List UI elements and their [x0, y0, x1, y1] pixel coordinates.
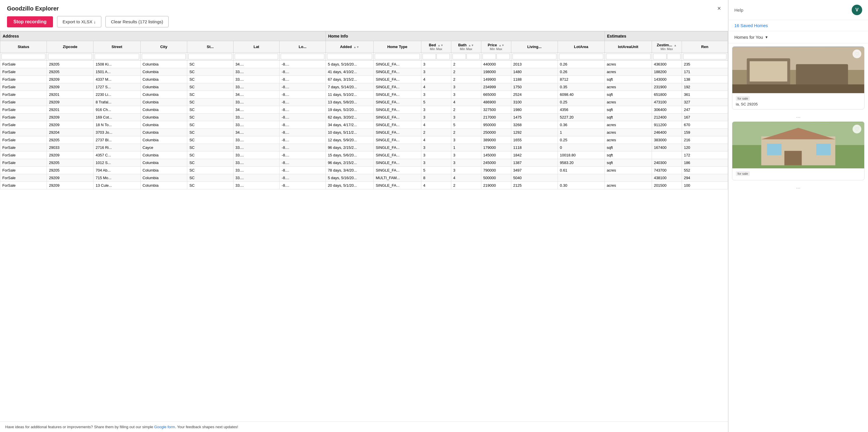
- table-row[interactable]: ForSale292051508 Ki...ColumbiaSC34....-8…: [0, 61, 728, 68]
- col-state[interactable]: St...: [187, 41, 233, 53]
- filter-lat-input[interactable]: [235, 54, 278, 59]
- close-button[interactable]: ×: [717, 5, 721, 12]
- filter-added[interactable]: [326, 53, 374, 61]
- cell-city: Columbia: [141, 106, 187, 114]
- col-bed[interactable]: Bed ▲▼ MinMax: [421, 41, 451, 53]
- col-lat[interactable]: Lat: [233, 41, 280, 53]
- filter-bed-max-input[interactable]: [436, 54, 450, 59]
- table-row[interactable]: ForSale292094357 C...ColumbiaSC33....-8.…: [0, 152, 728, 159]
- col-ren[interactable]: Ren: [682, 41, 727, 53]
- col-lotareaunit[interactable]: lotAreaUnit: [604, 41, 652, 53]
- filter-state[interactable]: [187, 53, 233, 61]
- avatar[interactable]: V: [852, 5, 862, 15]
- col-added[interactable]: Added ▲▼: [326, 41, 374, 53]
- table-row[interactable]: ForSale29209169 Cot...ColumbiaSC33....-8…: [0, 114, 728, 121]
- table-row[interactable]: ForSale290332716 Ri...CayceSC33....-8...…: [0, 144, 728, 152]
- google-form-link[interactable]: Google form: [154, 425, 175, 429]
- bed-sort-icon: ▲▼: [438, 44, 443, 47]
- filter-price[interactable]: [481, 53, 511, 61]
- cell-added: 20 days, 5/1/20...: [326, 182, 374, 189]
- card-2-heart-button[interactable]: ♡: [852, 125, 861, 133]
- filter-lotareaunit[interactable]: [604, 53, 652, 61]
- filter-lat[interactable]: [233, 53, 280, 61]
- help-button[interactable]: Help: [734, 7, 743, 12]
- saved-homes-link[interactable]: 16 Saved Homes: [734, 23, 768, 28]
- cell-added: 96 days, 2/15/2...: [326, 144, 374, 152]
- col-hometype[interactable]: Home Type: [374, 41, 421, 53]
- cell-bed: 4: [421, 83, 451, 91]
- filter-bath-min-input[interactable]: [453, 54, 466, 59]
- table-row[interactable]: ForSale292012230 Li...ColumbiaSC34....-8…: [0, 91, 728, 98]
- col-living[interactable]: Living...: [511, 41, 558, 53]
- data-table-wrapper: Address Home Info Estimates Status Zipco…: [0, 31, 728, 422]
- table-row[interactable]: ForSale292094337 M...ColumbiaSC33....-8.…: [0, 76, 728, 83]
- col-city[interactable]: City: [141, 41, 187, 53]
- filter-zestim-min-input[interactable]: [653, 54, 666, 59]
- filter-zipcode-input[interactable]: [48, 54, 92, 59]
- col-zipcode[interactable]: Zipcode: [47, 41, 93, 53]
- cell-zestim: 240300: [652, 159, 682, 166]
- filter-street-input[interactable]: [95, 54, 139, 59]
- cell-hometype: SINGLE_FA...: [374, 152, 421, 159]
- clear-results-button[interactable]: Clear Results (172 listings): [105, 16, 168, 27]
- table-row[interactable]: ForSale29205704 Ab...ColumbiaSC33....-8.…: [0, 166, 728, 174]
- filter-price-max-input[interactable]: [496, 54, 510, 59]
- sidebar-card-2[interactable]: ♡ for sale: [732, 121, 865, 180]
- cell-lotareaunit: sqft: [604, 159, 652, 166]
- filter-street[interactable]: [93, 53, 141, 61]
- filter-bed-min-input[interactable]: [423, 54, 436, 59]
- cell-lon: -8....: [280, 68, 326, 76]
- filter-price-min-input[interactable]: [483, 54, 496, 59]
- table-row[interactable]: ForSale2920918 N To...ColumbiaSC33....-8…: [0, 121, 728, 129]
- filter-living-input[interactable]: [513, 54, 556, 59]
- table-row[interactable]: ForSale292098 Trafal...ColumbiaSC33....-…: [0, 98, 728, 106]
- col-street[interactable]: Street: [93, 41, 141, 53]
- table-row[interactable]: ForSale292091727 S...ColumbiaSC33....-8.…: [0, 83, 728, 91]
- table-row[interactable]: ForSale292051501 A...ColumbiaSC33....-8.…: [0, 68, 728, 76]
- col-lotarea[interactable]: LotArea: [558, 41, 604, 53]
- table-row[interactable]: ForSale2920913 Cule...ColumbiaSC33....-8…: [0, 182, 728, 189]
- filter-state-input[interactable]: [188, 54, 232, 59]
- col-lon[interactable]: Lo...: [280, 41, 326, 53]
- cell-added: 5 days, 5/16/20...: [326, 174, 374, 182]
- filter-lotarea-input[interactable]: [559, 54, 603, 59]
- filter-zestim[interactable]: [652, 53, 682, 61]
- filter-added-input[interactable]: [327, 54, 372, 59]
- cell-state: SC: [187, 129, 233, 136]
- filter-living[interactable]: [511, 53, 558, 61]
- filter-zestim-max-input[interactable]: [667, 54, 680, 59]
- table-row[interactable]: ForSale292051012 S...ColumbiaSC33....-8.…: [0, 159, 728, 166]
- filter-zipcode[interactable]: [47, 53, 93, 61]
- filter-bed[interactable]: [421, 53, 451, 61]
- filter-lotareaunit-input[interactable]: [606, 54, 650, 59]
- table-row[interactable]: ForSale292043703 Jo...ColumbiaSC34....-8…: [0, 129, 728, 136]
- card-1-heart-button[interactable]: ♡: [852, 50, 861, 58]
- cell-price: 440000: [481, 61, 511, 68]
- filter-ren[interactable]: [682, 53, 727, 61]
- filter-status[interactable]: [0, 53, 47, 61]
- table-row[interactable]: ForSale29201916 Ch...ColumbiaSC34....-8.…: [0, 106, 728, 114]
- filter-bath[interactable]: [451, 53, 481, 61]
- sidebar-card-1[interactable]: ♡ for sale ia, SC 29205: [732, 46, 865, 110]
- cell-living: 1188: [511, 76, 558, 83]
- filter-city[interactable]: [141, 53, 187, 61]
- filter-hometype[interactable]: [374, 53, 421, 61]
- filter-status-input[interactable]: [1, 54, 45, 59]
- col-bath[interactable]: Bath ▲▼ MinMax: [451, 41, 481, 53]
- filter-hometype-input[interactable]: [375, 54, 420, 59]
- filter-ren-input[interactable]: [683, 54, 726, 59]
- filter-lotarea[interactable]: [558, 53, 604, 61]
- filter-lon-input[interactable]: [281, 54, 324, 59]
- stop-recording-button[interactable]: Stop recording: [7, 16, 53, 27]
- export-button[interactable]: Export to XLSX ↓: [57, 16, 101, 27]
- table-row[interactable]: ForSale292052737 Bl...ColumbiaSC33....-8…: [0, 136, 728, 144]
- cell-added: 19 days, 5/2/20...: [326, 106, 374, 114]
- col-price[interactable]: Price ▲▼ MinMax: [481, 41, 511, 53]
- filter-bath-max-input[interactable]: [466, 54, 480, 59]
- filter-city-input[interactable]: [142, 54, 186, 59]
- col-status[interactable]: Status: [0, 41, 47, 53]
- col-zestim[interactable]: Zestim... ▲ MinMax: [652, 41, 682, 53]
- filter-lon[interactable]: [280, 53, 326, 61]
- homes-for-you-section[interactable]: Homes for You ▼: [728, 31, 868, 43]
- table-row[interactable]: ForSale29209715 Mo...ColumbiaSC33....-8.…: [0, 174, 728, 182]
